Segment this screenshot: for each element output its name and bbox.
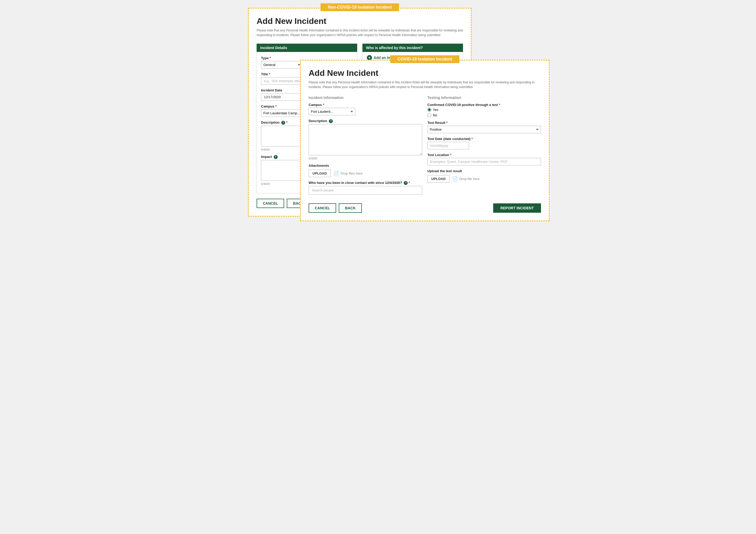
confirmed-group: Confirmed COVID-19 positive through a te… [427, 103, 541, 117]
test-date-label: Test Date (date conducted) * [427, 137, 541, 141]
covid-campus-label: Campus * [309, 103, 422, 107]
file-icon: 📄 [333, 171, 339, 176]
description-help-icon[interactable]: ? [281, 121, 285, 125]
attachments-upload-button[interactable]: UPLOAD [309, 169, 331, 177]
covid-description-group: Description ? 0/4000 [309, 119, 422, 160]
attachments-drop-zone: 📄 Drop files here [333, 171, 363, 176]
covid-description-char: 0/4000 [309, 157, 422, 160]
covid-card: COVID-19 Isolation Incident Add New Inci… [300, 60, 550, 221]
covid-campus-group: Campus * Fort Lauderd... [309, 103, 422, 115]
confirmed-no-option[interactable]: No [427, 113, 541, 117]
upload-test-area: UPLOAD 📄 Drop file here [427, 175, 541, 183]
upload-file-icon: 📄 [452, 176, 458, 182]
test-result-group: Test Result * Positive [427, 121, 541, 133]
covid-description-textarea[interactable] [309, 124, 422, 155]
test-result-label: Test Result * [427, 121, 541, 125]
close-contact-group: Who have you been in close contact with … [309, 181, 422, 194]
type-label: Type * [261, 56, 353, 60]
non-covid-note: Please note that any Personal Health Inf… [256, 28, 463, 38]
non-covid-cancel-button[interactable]: CANCEL [256, 199, 284, 208]
test-date-input[interactable] [427, 142, 469, 149]
add-person-icon: + [367, 55, 372, 60]
testing-info-label: Testing Information [427, 95, 541, 100]
upload-test-button[interactable]: UPLOAD [427, 175, 449, 183]
upload-test-result-group: Upload the test result UPLOAD 📄 Drop fil… [427, 169, 541, 183]
confirmed-radio-group: Yes No [427, 108, 541, 117]
covid-description-label: Description ? [309, 119, 422, 123]
test-location-group: Test Location * [427, 153, 541, 165]
covid-title: Add New Incident [309, 68, 541, 78]
incident-info-label: Incident Information [309, 95, 422, 100]
covid-left-col: Incident Information Campus * Fort Laude… [309, 95, 422, 198]
report-incident-button[interactable]: REPORT INCIDENT [493, 203, 541, 213]
who-affected-header: Who is affected by this incident? [363, 44, 463, 52]
incident-details-header: Incident Details [256, 44, 357, 52]
test-location-input[interactable] [427, 158, 541, 165]
covid-note: Please note that any Personal Health Inf… [309, 80, 541, 89]
incident-date-input[interactable] [261, 93, 303, 101]
close-contact-label: Who have you been in close contact with … [309, 181, 422, 185]
covid-badge: COVID-19 Isolation Incident [390, 55, 459, 63]
attachments-upload-area: UPLOAD 📄 Drop files here [309, 169, 422, 177]
test-location-label: Test Location * [427, 153, 541, 157]
attachments-label: Attachments [309, 164, 422, 167]
close-contact-help-icon[interactable]: ? [404, 181, 408, 185]
attachments-group: Attachments UPLOAD 📄 Drop files here [309, 164, 422, 177]
test-date-group: Test Date (date conducted) * [427, 137, 541, 149]
non-covid-title: Add New Incident [256, 16, 463, 26]
type-select[interactable]: General [261, 61, 303, 68]
covid-cancel-button[interactable]: CANCEL [309, 203, 336, 213]
covid-campus-select[interactable]: Fort Lauderd... [309, 108, 355, 115]
covid-columns: Incident Information Campus * Fort Laude… [309, 95, 541, 198]
non-covid-badge: Non-COVID-19 Isolation Incident [321, 3, 399, 11]
covid-btn-row: CANCEL BACK REPORT INCIDENT [309, 203, 541, 213]
upload-test-drop-zone: 📄 Drop file here [452, 176, 480, 182]
covid-right-col: Testing Information Confirmed COVID-19 p… [427, 95, 541, 198]
confirmed-label: Confirmed COVID-19 positive through a te… [427, 103, 541, 107]
confirmed-no-radio[interactable] [427, 113, 431, 117]
confirmed-yes-option[interactable]: Yes [427, 108, 541, 112]
impact-help-icon[interactable]: ? [274, 155, 278, 159]
page-wrapper: Non-COVID-19 Isolation Incident Add New … [248, 8, 508, 216]
confirmed-yes-radio[interactable] [427, 108, 431, 112]
covid-description-help-icon[interactable]: ? [329, 119, 333, 123]
test-result-select[interactable]: Positive [427, 126, 541, 133]
covid-back-button[interactable]: BACK [339, 203, 362, 213]
upload-test-label: Upload the test result [427, 169, 541, 173]
search-people-input[interactable] [309, 186, 422, 194]
